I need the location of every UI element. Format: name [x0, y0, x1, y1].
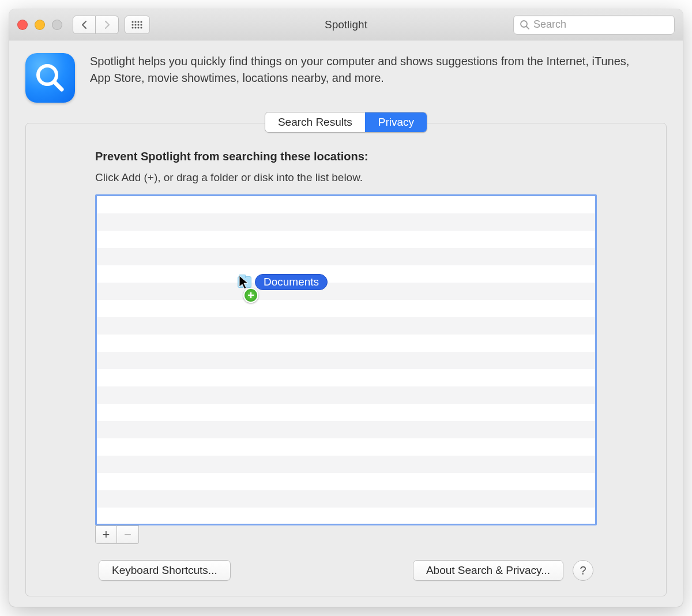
show-all-button[interactable] [125, 16, 150, 34]
panel-footer: Keyboard Shortcuts... About Search & Pri… [95, 560, 597, 581]
svg-point-3 [140, 21, 142, 22]
tab-switcher: Search Results Privacy [25, 112, 667, 133]
intro-row: Spotlight helps you quickly find things … [25, 53, 667, 103]
search-input[interactable] [533, 18, 668, 31]
back-button[interactable] [73, 16, 96, 34]
svg-point-10 [137, 27, 139, 28]
search-field[interactable] [513, 15, 675, 35]
forward-button[interactable] [96, 16, 119, 34]
list-stripes [97, 196, 595, 524]
excluded-locations-list[interactable]: Documents + [95, 194, 597, 525]
svg-point-0 [131, 21, 133, 22]
svg-line-15 [54, 82, 62, 89]
window-controls [17, 20, 62, 30]
svg-point-11 [140, 27, 142, 28]
svg-point-7 [140, 24, 142, 25]
tab-search-results[interactable]: Search Results [265, 112, 365, 132]
chevron-left-icon [81, 20, 88, 29]
titlebar: Spotlight [9, 9, 683, 40]
magnifier-icon [33, 61, 67, 95]
privacy-heading: Prevent Spotlight from searching these l… [95, 150, 597, 163]
zoom-button [52, 20, 62, 30]
svg-point-5 [134, 24, 136, 25]
svg-point-8 [131, 27, 133, 28]
svg-line-13 [526, 27, 529, 29]
add-remove-controls: + − [95, 525, 597, 544]
copy-plus-badge: + [243, 288, 258, 303]
help-button[interactable]: ? [573, 560, 593, 581]
spotlight-app-icon [25, 53, 75, 103]
tab-privacy[interactable]: Privacy [365, 112, 427, 132]
minimize-button[interactable] [35, 20, 45, 30]
folder-icon [238, 276, 251, 288]
drag-item-label: Documents [255, 274, 328, 290]
privacy-panel: Prevent Spotlight from searching these l… [25, 123, 667, 596]
content-area: Spotlight helps you quickly find things … [9, 40, 683, 607]
close-button[interactable] [17, 20, 28, 30]
drag-preview: Documents + [238, 274, 328, 290]
svg-point-12 [521, 21, 527, 27]
nav-buttons [73, 16, 119, 34]
svg-point-4 [131, 24, 133, 25]
intro-text: Spotlight helps you quickly find things … [90, 53, 644, 87]
svg-point-9 [134, 27, 136, 28]
search-icon [520, 20, 530, 30]
spotlight-preferences-window: Spotlight Spotlight helps you quickly fi… [9, 9, 683, 607]
grid-icon [131, 21, 143, 29]
svg-point-6 [137, 24, 139, 25]
svg-point-1 [134, 21, 136, 22]
chevron-right-icon [104, 20, 111, 29]
about-privacy-button[interactable]: About Search & Privacy... [413, 560, 563, 581]
keyboard-shortcuts-button[interactable]: Keyboard Shortcuts... [99, 560, 231, 581]
remove-location-button: − [117, 525, 139, 544]
privacy-subheading: Click Add (+), or drag a folder or disk … [95, 171, 597, 184]
add-location-button[interactable]: + [95, 525, 117, 544]
svg-point-2 [137, 21, 139, 22]
